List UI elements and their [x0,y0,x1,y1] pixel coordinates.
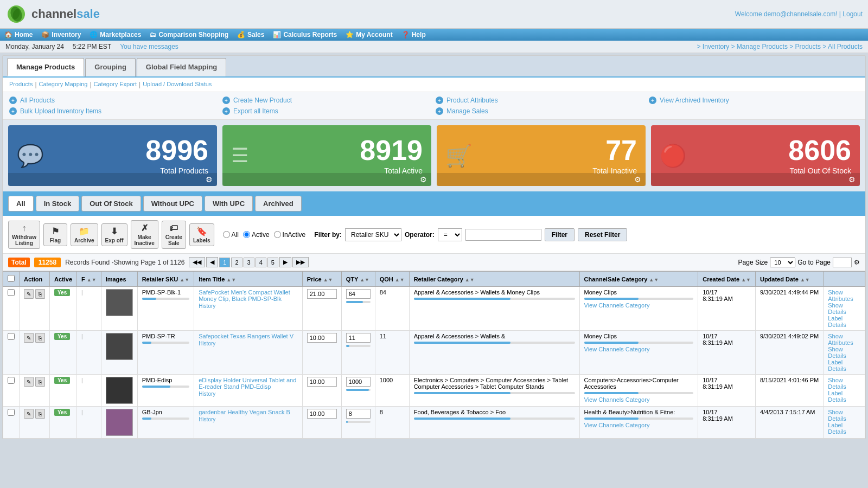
qty-input-3[interactable] [346,409,371,419]
nav-inventory[interactable]: 📦 Inventory [41,31,81,38]
action-view-archived[interactable]: + View Archived Inventory [649,97,859,104]
row-action-link-1-1[interactable]: Show Details [828,346,860,359]
row-edit-icon-0[interactable]: ✎ [24,289,34,299]
row-checkbox-1[interactable] [8,333,15,340]
messages-link[interactable]: You have messages [120,43,178,50]
select-all-checkbox[interactable] [8,275,15,282]
tab-global-field-mapping[interactable]: Global Field Mapping [137,58,226,76]
filter-by-select[interactable]: Retailer SKU Item Title Price QTY [345,228,401,241]
radio-all[interactable]: All [223,231,239,239]
row-checkbox-0[interactable] [8,289,15,296]
create-sale-button[interactable]: 🏷 CreateSale [162,221,186,249]
product-title-link-0[interactable]: SafePocket Men's Compact Wallet Money Cl… [199,289,298,302]
page-prev-button[interactable]: ◀ [206,257,218,267]
row-edit-icon-1[interactable]: ✎ [24,333,34,343]
filter-tab-with-upc[interactable]: With UPC [205,196,253,211]
row-action-link-2-1[interactable]: Label Details [828,390,860,403]
active-badge-1[interactable]: Yes [54,333,70,340]
subnav-category-export[interactable]: Category Export [94,81,137,88]
history-link-1[interactable]: History [199,341,298,346]
nav-marketplaces[interactable]: 🌐 Marketplaces [90,31,141,38]
active-badge-2[interactable]: Yes [54,377,70,384]
filter-input[interactable] [465,229,541,241]
row-action-link-1-2[interactable]: Label Details [828,359,860,372]
settings-icon-3[interactable]: ⚙ [634,175,641,184]
page-last-button[interactable]: ▶▶ [292,257,309,267]
action-all-products[interactable]: + All Products [9,97,219,104]
view-channels-link-2[interactable]: View Channels Category [584,396,694,403]
action-product-attributes[interactable]: + Product Attributes [436,97,646,104]
product-title-link-3[interactable]: gardenbar Healthy Vegan Snack B [199,409,298,415]
settings-icon-2[interactable]: ⚙ [420,175,427,184]
page-next-button[interactable]: ▶ [279,257,291,267]
nav-myaccount[interactable]: ⭐ My Account [346,31,393,38]
tab-grouping[interactable]: Grouping [85,58,136,76]
page-1-button[interactable]: 1 [219,258,230,267]
qty-input-0[interactable] [346,289,371,299]
nav-comparison[interactable]: 🗂 Comparison Shopping [150,31,228,38]
qty-input-1[interactable] [346,333,371,343]
row-copy-icon-1[interactable]: ⎘ [35,333,45,343]
active-badge-0[interactable]: Yes [54,289,70,296]
row-checkbox-3[interactable] [8,409,15,416]
archive-button[interactable]: 📁 Archive [71,223,98,246]
page-first-button[interactable]: ◀◀ [189,257,205,267]
subnav-products[interactable]: Products [9,81,33,88]
filter-tab-all[interactable]: All [8,196,34,211]
row-action-link-1-0[interactable]: Show Attributes [828,333,860,346]
filter-tab-in-stock[interactable]: In Stock [36,196,80,211]
row-copy-icon-2[interactable]: ⎘ [35,377,45,387]
price-input-2[interactable] [307,377,337,387]
go-to-page-input[interactable] [833,258,852,267]
row-action-link-0-0[interactable]: Show Attributes [828,289,860,302]
product-title-link-1[interactable]: Safepocket Texas Rangers Wallet V [199,333,298,339]
radio-inactive[interactable]: InActive [274,231,306,239]
labels-button[interactable]: 🔖 Labels [189,223,214,246]
flag-button[interactable]: ⚑ Flag [43,223,67,246]
view-channels-link-1[interactable]: View Channels Category [584,346,694,352]
active-badge-3[interactable]: Yes [54,409,70,416]
product-title-link-2[interactable]: eDisplay Holder Universal Tablet and E-r… [199,377,298,390]
nav-help[interactable]: ❓ Help [401,31,426,38]
row-edit-icon-3[interactable]: ✎ [24,409,34,419]
radio-active[interactable]: Active [243,231,270,239]
row-action-link-3-0[interactable]: Show Details [828,409,860,422]
row-action-link-3-1[interactable]: Label Details [828,422,860,435]
price-input-3[interactable] [307,409,337,419]
go-to-page-icon[interactable]: ⚙ [854,259,860,266]
page-3-button[interactable]: 3 [244,258,254,267]
subnav-upload-status[interactable]: Upload / Download Status [143,81,212,88]
price-input-1[interactable] [307,333,337,343]
nav-home[interactable]: 🏠 Home [4,31,33,38]
page-size-select[interactable]: 10 25 50 100 [770,258,795,267]
settings-icon-4[interactable]: ⚙ [848,175,856,184]
filter-tab-without-upc[interactable]: Without UPC [143,196,202,211]
settings-icon[interactable]: ⚙ [206,175,213,184]
row-copy-icon-0[interactable]: ⎘ [35,289,45,299]
history-link-0[interactable]: History [199,303,298,309]
row-copy-icon-3[interactable]: ⎘ [35,409,45,419]
action-bulk-upload[interactable]: + Bulk Upload Inventory Items [9,107,219,115]
nav-sales[interactable]: 💰 Sales [237,31,264,38]
price-input-0[interactable] [307,289,337,299]
tab-manage-products[interactable]: Manage Products [7,58,84,76]
export-all-button[interactable]: ⬇ Exp off [101,223,127,246]
row-action-link-0-1[interactable]: Show Details [828,302,860,315]
nav-calculus[interactable]: 📊 Calculus Reports [273,31,337,38]
operator-select[interactable]: = != > < [438,228,462,241]
filter-tab-archived[interactable]: Archived [255,196,302,211]
withdraw-listing-button[interactable]: ↑ WithdrawListing [8,221,40,249]
row-action-link-0-2[interactable]: Label Details [828,315,860,328]
welcome-message[interactable]: Welcome demo@channelsale.com! | Logout [735,10,863,18]
row-edit-icon-2[interactable]: ✎ [24,377,34,387]
view-channels-link-3[interactable]: View Channels Category [584,422,694,428]
subnav-category-mapping[interactable]: Category Mapping [39,81,88,88]
history-link-3[interactable]: History [199,416,298,422]
filter-button[interactable]: Filter [545,228,575,241]
make-inactive-button[interactable]: ✗ MakeInactive [131,220,158,249]
page-2-button[interactable]: 2 [231,258,242,267]
page-5-button[interactable]: 5 [267,258,278,267]
row-action-link-2-0[interactable]: Show Details [828,377,860,390]
history-link-2[interactable]: History [199,391,298,397]
row-checkbox-2[interactable] [8,377,15,384]
